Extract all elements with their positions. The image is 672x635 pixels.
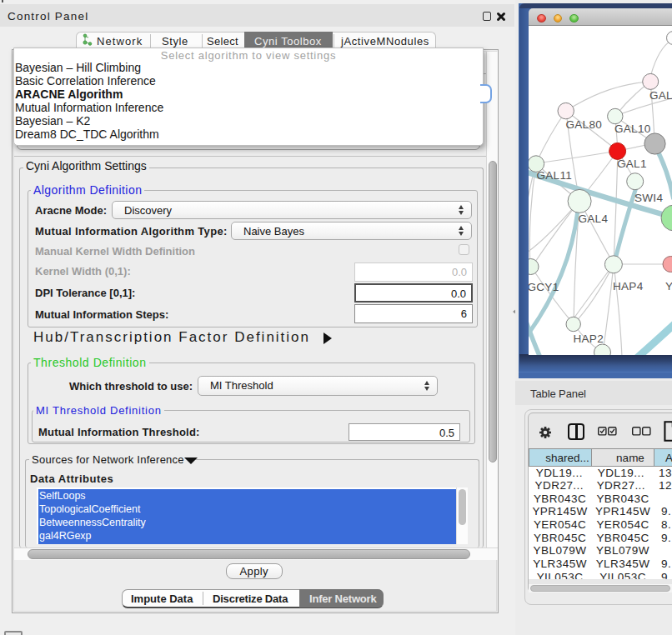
svg-text:GAL7: GAL7: [649, 89, 672, 102]
svg-text:GAL11: GAL11: [536, 168, 572, 181]
svg-text:HAP4: HAP4: [613, 279, 644, 292]
svg-text:GAL4: GAL4: [578, 212, 608, 224]
svg-text:GAL80: GAL80: [565, 118, 602, 131]
svg-text:GCY1: GCY1: [529, 280, 559, 292]
svg-text:GAL1: GAL1: [617, 157, 647, 169]
svg-text:YJ: YJ: [665, 279, 672, 292]
svg-text:SWI4: SWI4: [634, 191, 663, 203]
svg-text:HAP2: HAP2: [573, 332, 603, 344]
svg-text:GAL10: GAL10: [614, 122, 651, 135]
